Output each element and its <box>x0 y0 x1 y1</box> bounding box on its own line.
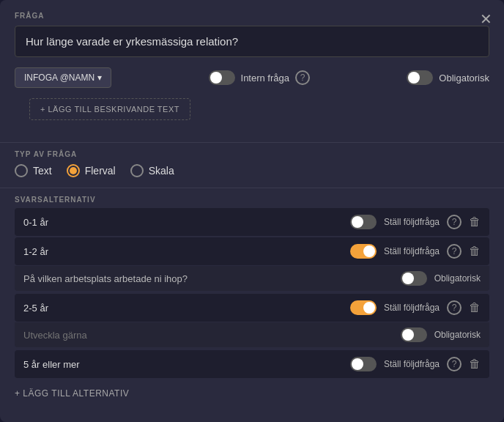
follow-up-label-2: Ställ följdfråga <box>384 246 440 256</box>
answer-main-4: 5 år eller mer Ställ följdfråga ? 🗑 <box>15 350 489 378</box>
sub-obligatorisk-toggle-2[interactable] <box>401 271 427 286</box>
radio-text-label: Text <box>33 165 52 177</box>
obligatorisk-group: Obligatorisk <box>407 70 489 85</box>
answer-text-2: 1-2 år <box>23 246 343 257</box>
sub-question-input-3[interactable] <box>23 330 393 341</box>
answer-main-1: 0-1 år Ställ följdfråga ? 🗑 <box>15 208 489 236</box>
add-option-button[interactable]: + LÄGG TILL ALTERNATIV <box>15 388 129 399</box>
add-desc-button[interactable]: + LÄGG TILL BESKRIVANDE TEXT <box>29 98 190 120</box>
answer-sub-2: Obligatorisk <box>15 266 489 291</box>
obligatorisk-toggle[interactable] <box>407 70 433 85</box>
chevron-down-icon: ▾ <box>97 73 102 83</box>
insert-name-button[interactable]: INFOGA @NAMN ▾ <box>15 67 111 88</box>
obligatorisk-label: Obligatorisk <box>439 73 489 84</box>
answer-text-4: 5 år eller mer <box>23 359 343 370</box>
question-input[interactable] <box>15 26 489 57</box>
radio-skala[interactable]: Skala <box>130 164 174 177</box>
radio-text-circle <box>15 164 28 177</box>
follow-up-label-1: Ställ följdfråga <box>384 217 440 227</box>
answer-text-3: 2-5 år <box>23 303 343 314</box>
question-type-label: TYP AV FRÅGA <box>15 150 489 158</box>
radio-text[interactable]: Text <box>15 164 52 177</box>
answer-row-1: 0-1 år Ställ följdfråga ? 🗑 <box>15 208 489 236</box>
radio-group: Text Flerval Skala <box>15 164 489 177</box>
intern-fraga-toggle[interactable] <box>209 70 235 85</box>
sub-question-input-2[interactable] <box>23 273 393 284</box>
answer-sub-3: Obligatorisk <box>15 322 489 347</box>
close-button[interactable]: ✕ <box>480 10 492 28</box>
follow-up-toggle-4[interactable] <box>350 357 377 371</box>
follow-up-toggle-2[interactable] <box>350 244 377 259</box>
radio-flerval-circle <box>67 164 80 177</box>
delete-button-3[interactable]: 🗑 <box>469 301 481 314</box>
radio-flerval[interactable]: Flerval <box>67 164 116 177</box>
answer-row-3: 2-5 år Ställ följdfråga ? 🗑 Obligatorisk <box>15 294 489 347</box>
follow-up-toggle-1[interactable] <box>350 215 377 229</box>
answers-section: 0-1 år Ställ följdfråga ? 🗑 1-2 år Ställ… <box>0 208 504 399</box>
modal: ✕ FRÅGA INFOGA @NAMN ▾ Intern fråga ? Ob… <box>0 0 504 422</box>
delete-button-2[interactable]: 🗑 <box>469 245 481 258</box>
help-icon-3[interactable]: ? <box>447 300 462 315</box>
answer-main-2: 1-2 år Ställ följdfråga ? 🗑 <box>15 237 489 265</box>
help-icon-1[interactable]: ? <box>447 215 462 229</box>
follow-up-label-4: Ställ följdfråga <box>384 359 440 369</box>
intern-fraga-label: Intern fråga <box>241 73 290 84</box>
follow-up-toggle-3[interactable] <box>350 300 377 315</box>
answer-text-1: 0-1 år <box>23 217 343 228</box>
radio-flerval-label: Flerval <box>85 165 116 177</box>
help-icon-2[interactable]: ? <box>447 244 462 259</box>
answer-main-3: 2-5 år Ställ följdfråga ? 🗑 <box>15 294 489 322</box>
follow-up-label-3: Ställ följdfråga <box>384 303 440 313</box>
intern-fraga-group: Intern fråga ? <box>209 70 311 85</box>
answers-section-label: SVARSALTERNATIV <box>15 196 489 204</box>
intern-fraga-help-icon[interactable]: ? <box>295 70 310 85</box>
answer-row-2: 1-2 år Ställ följdfråga ? 🗑 Obligatorisk <box>15 237 489 291</box>
question-type-section: TYP AV FRÅGA Text Flerval Skala <box>0 143 504 188</box>
help-icon-4[interactable]: ? <box>447 357 462 371</box>
sub-obligatorisk-label-3: Obligatorisk <box>434 330 481 340</box>
sub-obligatorisk-label-2: Obligatorisk <box>434 273 481 284</box>
sub-obligatorisk-toggle-3[interactable] <box>401 327 427 342</box>
controls-row: INFOGA @NAMN ▾ Intern fråga ? Obligatori… <box>0 67 504 98</box>
answer-row-4: 5 år eller mer Ställ följdfråga ? 🗑 <box>15 350 489 378</box>
radio-skala-circle <box>130 164 144 177</box>
question-section-label: FRÅGA <box>0 0 504 26</box>
delete-button-1[interactable]: 🗑 <box>469 215 481 229</box>
delete-button-4[interactable]: 🗑 <box>469 358 481 371</box>
radio-skala-label: Skala <box>149 165 174 177</box>
